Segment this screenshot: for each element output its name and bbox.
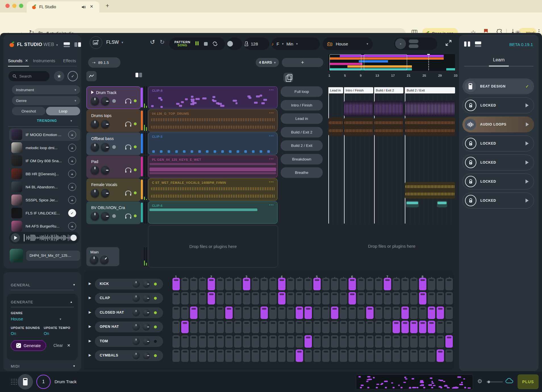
channel-mod-dot[interactable]	[112, 99, 116, 103]
step-tom-5[interactable]	[208, 335, 215, 348]
playlist-minimap[interactable]	[328, 54, 455, 71]
step-closed-hat-3[interactable]	[190, 306, 197, 319]
clip-menu-icon[interactable]: •••	[269, 157, 274, 161]
section-button-build-exit-2[interactable]: Build / Exit 2	[281, 127, 323, 137]
section-button-lead-in[interactable]: Lead in	[281, 113, 323, 124]
arrangement-clip[interactable]	[405, 182, 455, 199]
step-tom-32[interactable]	[445, 335, 453, 348]
sample-list-item[interactable]: FLS IF UNLOCKE...✓	[9, 207, 80, 219]
trending-label[interactable]: TRENDING	[37, 119, 57, 123]
channel-active-dot[interactable]	[134, 99, 137, 102]
step-closed-hat-2[interactable]	[181, 306, 189, 319]
step-clap-31[interactable]	[437, 292, 444, 305]
sample-list-item[interactable]: N4 AFS BurgerRu...+	[9, 220, 80, 232]
learn-item-audio-loops[interactable]: AUDIO LOOPS	[462, 116, 534, 132]
sequencer-channel-dot[interactable]	[154, 283, 157, 285]
step-tom-31[interactable]	[437, 335, 444, 348]
step-kick-18[interactable]	[322, 278, 330, 290]
step-kick-9[interactable]	[243, 278, 250, 290]
row-expand-icon[interactable]: ▶	[89, 353, 91, 357]
step-kick-25[interactable]	[384, 278, 391, 290]
rack-drop-zone[interactable]: Drop files or plugins here	[148, 225, 278, 268]
section-button-full-loop[interactable]: Full loop	[281, 86, 323, 97]
step-closed-hat-7[interactable]	[225, 306, 233, 319]
play-icon[interactable]	[526, 122, 529, 126]
brand-chevron-icon[interactable]: ▾	[56, 43, 58, 47]
step-clap-22[interactable]	[357, 292, 365, 305]
step-clap-17[interactable]	[313, 292, 321, 305]
step-cymbals-6[interactable]	[216, 349, 224, 362]
step-kick-27[interactable]	[401, 278, 409, 290]
ruler-number[interactable]: 21	[407, 74, 410, 77]
step-kick-24[interactable]	[375, 278, 382, 290]
step-closed-hat-17[interactable]	[313, 306, 321, 319]
step-clap-19[interactable]	[331, 292, 338, 305]
channel-offbeat-bass[interactable]: Offbeat bass	[86, 132, 141, 155]
sample-list-item[interactable]: melodic loop dmi...+	[9, 141, 80, 154]
tab-sounds[interactable]: Sounds	[8, 58, 22, 63]
key-scale-chevron-icon[interactable]: ▾	[296, 42, 298, 46]
step-closed-hat-32[interactable]	[445, 306, 453, 319]
step-closed-hat-26[interactable]	[393, 306, 400, 319]
step-tom-11[interactable]	[260, 335, 268, 348]
step-clap-27[interactable]	[401, 292, 409, 305]
step-clap-18[interactable]	[322, 292, 330, 305]
zoom-out-knob[interactable]: -	[395, 38, 406, 49]
step-open-hat-12[interactable]	[269, 321, 277, 333]
sequencer-pan-knob[interactable]	[132, 295, 140, 302]
play-icon[interactable]	[526, 180, 529, 184]
step-cymbals-21[interactable]	[349, 349, 356, 362]
step-clap-24[interactable]	[375, 292, 382, 305]
step-clap-16[interactable]	[305, 292, 312, 305]
step-kick-32[interactable]	[445, 278, 453, 290]
sequencer-volume-knob[interactable]	[143, 352, 150, 359]
step-cymbals-30[interactable]	[428, 349, 435, 362]
sample-list-item[interactable]: N4 BL Abandonn...+	[9, 181, 80, 193]
step-closed-hat-30[interactable]	[428, 306, 435, 319]
sequencer-volume-knob[interactable]	[143, 309, 150, 316]
general-chevron-icon[interactable]: ▾	[73, 283, 75, 287]
step-clap-20[interactable]	[340, 292, 347, 305]
step-kick-22[interactable]	[357, 278, 365, 290]
genre-filter-dropdown[interactable]: Genre▾	[12, 96, 80, 105]
step-cymbals-26[interactable]	[393, 349, 400, 362]
step-cymbals-16[interactable]	[305, 349, 312, 362]
record-button[interactable]	[227, 41, 233, 47]
step-open-hat-20[interactable]	[340, 321, 347, 333]
step-tom-29[interactable]	[419, 335, 426, 348]
generate-section-label[interactable]: GENERATE	[11, 300, 33, 304]
sequencer-channel-dot[interactable]	[154, 297, 157, 300]
channel-pan-knob[interactable]	[91, 166, 99, 174]
tempo-pill[interactable]: 128	[244, 37, 269, 50]
step-kick-7[interactable]	[225, 278, 233, 290]
step-open-hat-2[interactable]	[181, 321, 189, 333]
step-clap-26[interactable]	[393, 292, 400, 305]
browser-tab[interactable]: FL Studio ✕	[27, 1, 99, 12]
sequencer-pan-knob[interactable]	[132, 352, 140, 359]
step-cymbals-23[interactable]	[366, 349, 374, 362]
add-sample-icon[interactable]: +	[68, 144, 76, 152]
channel-pan-knob[interactable]	[91, 189, 99, 197]
selected-filter-button[interactable]: ✓	[68, 71, 78, 81]
step-open-hat-21[interactable]	[349, 321, 356, 333]
trending-chevron-icon[interactable]: ▾	[70, 119, 72, 123]
step-open-hat-22[interactable]	[357, 321, 365, 333]
pattern-clip[interactable]: CLIP-6•••	[148, 201, 278, 224]
minimize-window-button[interactable]	[12, 4, 16, 8]
step-cymbals-10[interactable]	[252, 349, 259, 362]
step-closed-hat-20[interactable]	[340, 306, 347, 319]
learn-item-locked[interactable]: LOCKED	[462, 135, 534, 151]
channel-bv-oblivion-cra[interactable]: BV OBLIVION_Cra	[86, 201, 141, 224]
redo-icon[interactable]: ↻	[160, 39, 165, 45]
row-expand-icon[interactable]: ▶	[89, 282, 91, 285]
step-open-hat-11[interactable]	[260, 321, 268, 333]
loop-toggle[interactable]: Loop	[46, 107, 80, 115]
step-clap-11[interactable]	[260, 292, 268, 305]
step-closed-hat-23[interactable]	[366, 306, 374, 319]
instrument-filter-dropdown[interactable]: Instrument▾	[12, 85, 80, 94]
row-expand-icon[interactable]: ▶	[89, 339, 91, 343]
play-icon[interactable]	[526, 160, 529, 164]
step-kick-8[interactable]	[234, 278, 241, 290]
midi-chevron-icon[interactable]: ▾	[73, 364, 75, 368]
step-clap-25[interactable]	[384, 292, 391, 305]
